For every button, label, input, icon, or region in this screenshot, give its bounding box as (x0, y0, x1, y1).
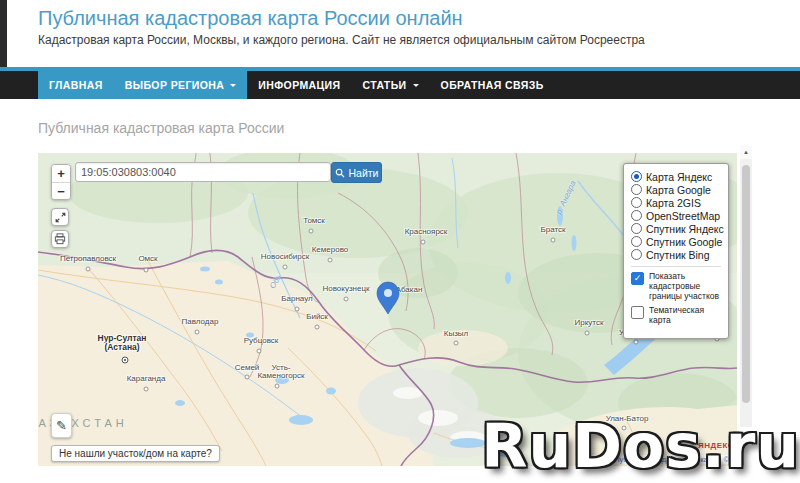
draw-button[interactable]: ✎ (51, 413, 72, 438)
layer-label: Спутник Яндекс (646, 223, 724, 235)
main-nav: ГЛАВНАЯ ВЫБОР РЕГИОНА ИНФОРМАЦИЯ СТАТЬИ … (0, 67, 800, 99)
not-found-button[interactable]: Не нашли участок/дом на карте? (51, 445, 220, 462)
nav-item-feedback[interactable]: ОБРАТНАЯ СВЯЗЬ (430, 71, 555, 99)
map-label: Барнаул (281, 294, 312, 303)
layer-label: Спутник Bing (646, 249, 710, 261)
nav-item-region-select[interactable]: ВЫБОР РЕГИОНА (114, 71, 248, 99)
layer-label: OpenStreetMap (646, 210, 720, 222)
panel-divider (631, 266, 721, 267)
radio-icon (631, 223, 642, 234)
layer-label: Карта 2GIS (646, 197, 701, 209)
map-label: Омск (138, 254, 157, 263)
scrollbar[interactable]: ▲ (740, 145, 752, 427)
map-label: Новокузнецк (322, 284, 369, 293)
nav-item-information[interactable]: ИНФОРМАЦИЯ (247, 71, 351, 99)
scrollbar-thumb[interactable] (742, 165, 750, 403)
search-button-label: Найти (349, 167, 379, 179)
yandex-logo: ЯНДЕКС (698, 441, 734, 450)
overlay-label: Показать кадастровые границы участков (649, 272, 721, 301)
layer-option-yandex-satellite[interactable]: Спутник Яндекс (631, 222, 721, 235)
checkbox-unchecked-icon (631, 306, 644, 319)
site-header: Публичная кадастровая карта России онлай… (0, 0, 800, 47)
map-container[interactable]: Петропавловск Омск Новосибирск Томск Кем… (38, 153, 737, 466)
map-label: Петропавловск (60, 254, 116, 263)
map-pin-icon (373, 281, 403, 315)
map-label: Кызыл (444, 329, 469, 338)
map-label: Кемерово (312, 245, 349, 254)
window-edge (0, 0, 7, 67)
nav-item-articles[interactable]: СТАТЬИ (352, 71, 430, 99)
nav-item-label: ГЛАВНАЯ (49, 79, 103, 91)
map-label: Каменогорск (257, 371, 304, 380)
layer-option-google-satellite[interactable]: Спутник Google (631, 235, 721, 248)
layer-option-2gis-map[interactable]: Карта 2GIS (631, 196, 721, 209)
layer-label: Карта Google (646, 184, 711, 196)
chevron-down-icon (413, 84, 419, 90)
map-label: Братск (540, 225, 565, 234)
layer-option-google-map[interactable]: Карта Google (631, 183, 721, 196)
map-attribution: Leaflet | © Публичная кадастровая карта,… (575, 455, 732, 464)
search-input[interactable] (75, 162, 331, 182)
zoom-in-button[interactable]: + (52, 165, 70, 182)
chevron-down-icon (230, 84, 236, 90)
scroll-up-icon[interactable]: ▲ (740, 145, 752, 159)
map-label: Красноярск (405, 227, 448, 236)
check-icon: ✓ (634, 273, 642, 284)
nav-item-label: ИНФОРМАЦИЯ (258, 79, 340, 91)
radio-icon (631, 184, 642, 195)
search-button[interactable]: Найти (331, 162, 382, 183)
nav-item-label: СТАТЬИ (363, 79, 407, 91)
nav-item-label: ОБРАТНАЯ СВЯЗЬ (441, 79, 544, 91)
map-label: Рубцовск (244, 336, 279, 345)
overlay-label: Тематическая карта (649, 306, 721, 326)
page-title: Публичная кадастровая карта России (38, 120, 284, 136)
fullscreen-button[interactable] (51, 208, 69, 226)
map-label: Караганда (127, 374, 166, 383)
radio-icon (631, 236, 642, 247)
overlay-option-thematic-map[interactable]: Тематическая карта (631, 306, 721, 326)
site-title-link[interactable]: Публичная кадастровая карта России онлай… (38, 6, 800, 30)
site-subtitle: Кадастровая карта России, Москвы, и кажд… (38, 33, 800, 47)
expand-icon (55, 212, 66, 223)
radio-icon (631, 171, 642, 182)
overlay-option-cadastral-borders[interactable]: ✓ Показать кадастровые границы участков (631, 272, 721, 301)
search-icon (335, 168, 345, 178)
map-label: Семей (235, 363, 260, 372)
overlay-label-line: Показать кадастровые (649, 271, 700, 291)
checkbox-checked-icon: ✓ (631, 272, 644, 285)
radio-icon (631, 249, 642, 260)
layer-option-bing-satellite[interactable]: Спутник Bing (631, 248, 721, 261)
radio-icon (631, 210, 642, 221)
nav-item-home[interactable]: ГЛАВНАЯ (38, 71, 114, 99)
radio-icon (631, 197, 642, 208)
nav-item-label: ВЫБОР РЕГИОНА (125, 79, 225, 91)
zoom-out-button[interactable]: − (52, 182, 70, 199)
map-label: Улан-Батор (606, 414, 649, 423)
map-label: Павлодар (182, 317, 219, 326)
map-label: Бийск (306, 312, 328, 321)
map-label: Иркутск (575, 318, 604, 327)
layers-panel: Карта Яндекс Карта Google Карта 2GIS Ope… (623, 163, 729, 339)
layer-label: Спутник Google (646, 236, 722, 248)
layer-option-yandex-map[interactable]: Карта Яндекс (631, 170, 721, 183)
pencil-icon: ✎ (56, 418, 67, 433)
layer-option-openstreetmap[interactable]: OpenStreetMap (631, 209, 721, 222)
nav-items: ГЛАВНАЯ ВЫБОР РЕГИОНА ИНФОРМАЦИЯ СТАТЬИ … (38, 71, 800, 99)
print-button[interactable] (51, 230, 69, 248)
layer-label: Карта Яндекс (646, 171, 712, 183)
map-label-capital: (Астана) (104, 342, 139, 352)
overlay-label-line: границы участков (649, 291, 719, 301)
zoom-control: + − (51, 164, 71, 200)
map-label: Томск (303, 216, 325, 225)
print-icon (54, 233, 66, 245)
map-label: Новосибирск (261, 252, 309, 261)
